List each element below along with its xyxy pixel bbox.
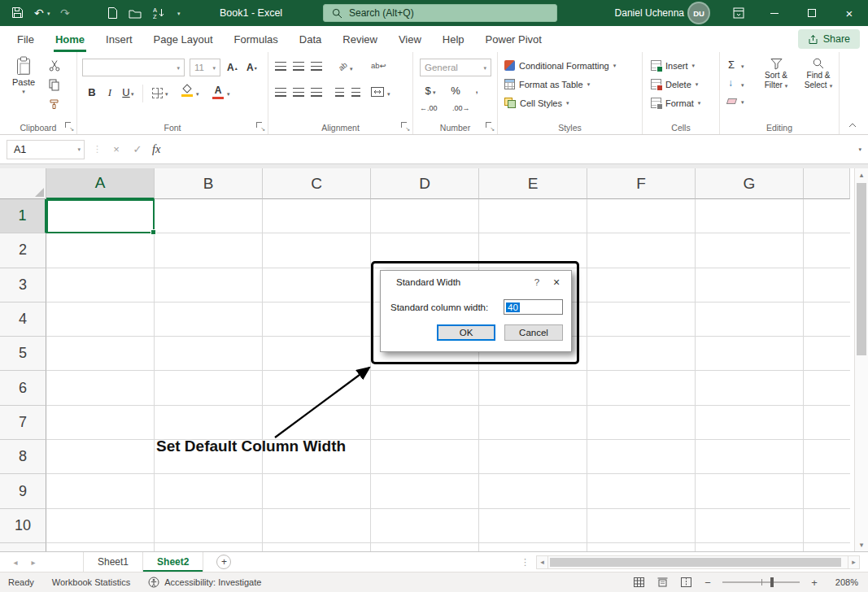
- tab-insert[interactable]: Insert: [95, 26, 143, 52]
- conditional-formatting-button[interactable]: Conditional Formatting ▾: [504, 59, 616, 72]
- format-as-table-button[interactable]: Format as Table ▾: [504, 77, 590, 91]
- increase-indent-icon[interactable]: [351, 88, 360, 97]
- autosum-dropdown-icon[interactable]: ▾: [741, 63, 744, 69]
- italic-button[interactable]: I: [103, 86, 116, 99]
- row-header-2[interactable]: 2: [0, 233, 46, 268]
- close-button[interactable]: ×: [831, 0, 868, 26]
- percent-style-button[interactable]: %: [449, 85, 462, 97]
- page-layout-view-button[interactable]: [655, 575, 670, 590]
- horizontal-scroll-thumb[interactable]: [550, 558, 841, 567]
- new-file-icon[interactable]: [107, 7, 118, 20]
- share-button[interactable]: Share: [798, 29, 860, 49]
- save-icon[interactable]: [11, 7, 24, 19]
- alignment-dialog-launcher[interactable]: [401, 122, 409, 130]
- insert-cells-button[interactable]: Insert ▾: [651, 59, 695, 72]
- name-box[interactable]: A1 ▾: [7, 140, 85, 159]
- new-sheet-button[interactable]: +: [216, 555, 231, 569]
- undo-dropdown-icon[interactable]: ▾: [47, 11, 50, 16]
- sheet-nav-prev-icon[interactable]: ◂: [7, 552, 24, 572]
- increase-font-size-button[interactable]: A▴: [227, 62, 238, 73]
- search-box[interactable]: Search (Alt+Q): [323, 4, 557, 22]
- number-format-combo[interactable]: General ▾: [420, 59, 491, 76]
- autosum-button[interactable]: Σ: [728, 59, 735, 71]
- selected-cell-a1[interactable]: [46, 199, 155, 233]
- clipboard-dialog-launcher[interactable]: [65, 122, 73, 130]
- fill-color-button[interactable]: [181, 85, 193, 97]
- font-color-button[interactable]: A: [212, 85, 224, 99]
- formula-input[interactable]: [168, 140, 850, 159]
- zoom-slider[interactable]: [722, 581, 800, 583]
- wrap-text-button[interactable]: ab↩: [371, 61, 386, 70]
- select-all-corner[interactable]: [0, 168, 46, 199]
- format-cells-button[interactable]: Format ▾: [651, 96, 700, 110]
- tab-view[interactable]: View: [388, 26, 432, 52]
- format-painter-button[interactable]: [49, 98, 59, 111]
- font-size-combo[interactable]: 11 ▾: [190, 59, 220, 76]
- page-break-view-button[interactable]: [678, 575, 693, 590]
- sort-ascending-icon[interactable]: AZ: [153, 7, 165, 20]
- zoom-slider-thumb[interactable]: [770, 577, 774, 587]
- zoom-level[interactable]: 208%: [829, 577, 858, 587]
- bottom-align-icon[interactable]: [311, 62, 322, 71]
- maximize-button[interactable]: [793, 0, 831, 26]
- cell-styles-button[interactable]: Cell Styles ▾: [504, 96, 569, 110]
- number-dialog-launcher[interactable]: [486, 122, 494, 130]
- sheet-tab-sheet1[interactable]: Sheet1: [83, 552, 143, 572]
- merge-center-dropdown-icon[interactable]: ▾: [387, 91, 390, 97]
- decrease-indent-icon[interactable]: [335, 88, 344, 97]
- font-name-combo[interactable]: ▾: [82, 59, 185, 76]
- column-header-c[interactable]: C: [263, 168, 371, 199]
- delete-cells-button[interactable]: Delete ▾: [651, 77, 698, 91]
- borders-dropdown-icon[interactable]: ▾: [165, 91, 168, 97]
- top-align-icon[interactable]: [275, 62, 286, 71]
- scroll-up-icon[interactable]: ▴: [855, 171, 868, 179]
- middle-align-icon[interactable]: [293, 62, 304, 71]
- sheet-nav-next-icon[interactable]: ▸: [24, 552, 42, 572]
- column-header-g[interactable]: G: [696, 168, 804, 199]
- cut-button[interactable]: [49, 59, 60, 72]
- tab-power-pivot[interactable]: Power Pivot: [475, 26, 552, 52]
- font-dialog-launcher[interactable]: [256, 122, 264, 130]
- enter-formula-button[interactable]: ✓: [131, 143, 144, 155]
- undo-icon[interactable]: ↶: [34, 6, 44, 20]
- zoom-out-button[interactable]: −: [702, 577, 713, 589]
- column-header-a[interactable]: A: [46, 168, 155, 199]
- workbook-statistics-button[interactable]: Workbook Statistics: [52, 577, 130, 587]
- zoom-in-button[interactable]: +: [809, 577, 820, 589]
- name-box-dropdown-icon[interactable]: ▾: [77, 146, 81, 152]
- sheet-tab-sheet2[interactable]: Sheet2: [143, 552, 203, 572]
- decrease-decimal-button[interactable]: .00→: [452, 104, 470, 112]
- row-header-4[interactable]: 4: [0, 303, 46, 337]
- row-header-10[interactable]: 10: [0, 509, 46, 543]
- scroll-right-icon[interactable]: ▸: [848, 555, 860, 569]
- user-name[interactable]: Daniel Uchenna: [615, 7, 684, 19]
- tab-data[interactable]: Data: [289, 26, 332, 52]
- minimize-button[interactable]: [756, 0, 793, 26]
- accounting-dropdown-icon[interactable]: ▾: [433, 89, 436, 95]
- column-header-f[interactable]: F: [587, 168, 696, 199]
- font-color-dropdown-icon[interactable]: ▾: [227, 91, 230, 97]
- row-header-partial[interactable]: [0, 543, 46, 551]
- orientation-button[interactable]: ab: [337, 60, 349, 72]
- merge-center-button[interactable]: [371, 87, 384, 97]
- vertical-scroll-thumb[interactable]: [857, 183, 866, 355]
- row-header-6[interactable]: 6: [0, 371, 46, 405]
- borders-button[interactable]: [152, 88, 163, 98]
- decrease-font-size-button[interactable]: A▾: [246, 62, 257, 73]
- cancel-formula-button[interactable]: ×: [110, 143, 123, 155]
- fill-button[interactable]: ↓: [728, 77, 733, 89]
- formula-bar-expand-icon[interactable]: ▾: [858, 146, 861, 152]
- row-header-5[interactable]: 5: [0, 337, 46, 371]
- clear-dropdown-icon[interactable]: ▾: [741, 99, 744, 105]
- fill-color-dropdown-icon[interactable]: ▾: [196, 91, 199, 97]
- column-header-b[interactable]: B: [155, 168, 263, 199]
- accessibility-status[interactable]: Accessibility: Investigate: [148, 577, 261, 588]
- row-header-1[interactable]: 1: [0, 199, 46, 233]
- fill-handle[interactable]: [150, 229, 156, 235]
- normal-view-button[interactable]: [631, 575, 646, 590]
- row-header-9[interactable]: 9: [0, 474, 46, 508]
- column-header-e[interactable]: E: [479, 168, 587, 199]
- ribbon-display-options-icon[interactable]: [733, 7, 744, 19]
- fill-dropdown-icon[interactable]: ▾: [741, 82, 744, 88]
- avatar[interactable]: DU: [689, 3, 709, 23]
